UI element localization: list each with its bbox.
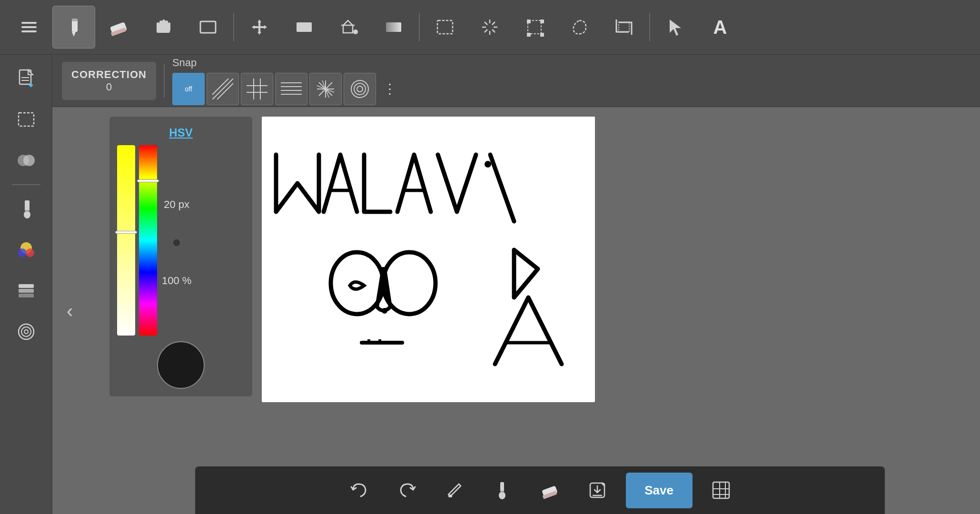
snap-radial-button[interactable] xyxy=(309,73,342,105)
svg-point-81 xyxy=(382,308,387,314)
hue-handle[interactable] xyxy=(137,179,159,182)
svg-point-74 xyxy=(354,83,366,95)
paint-bucket-button[interactable] xyxy=(327,6,370,49)
svg-rect-2 xyxy=(21,30,37,32)
move-button[interactable] xyxy=(238,6,281,49)
svg-rect-89 xyxy=(501,491,503,493)
svg-point-19 xyxy=(353,30,358,34)
grid-bottom-button[interactable] xyxy=(702,473,740,508)
svg-rect-0 xyxy=(21,22,37,24)
color-sliders xyxy=(117,145,157,336)
content-area: CORRECTION 0 Snap off xyxy=(52,55,980,514)
layers-button[interactable] xyxy=(7,272,45,310)
rectangle-button[interactable] xyxy=(187,6,229,49)
new-doc-button[interactable] xyxy=(7,59,45,98)
export-button[interactable] xyxy=(578,473,616,508)
svg-rect-31 xyxy=(527,20,531,23)
svg-rect-14 xyxy=(200,21,216,33)
marquee-button[interactable] xyxy=(7,100,45,138)
redo-button[interactable] xyxy=(388,473,426,508)
eraser-bottom-button[interactable] xyxy=(531,473,569,508)
svg-point-48 xyxy=(18,248,27,257)
snap-diagonal-button[interactable] xyxy=(207,73,239,105)
svg-rect-20 xyxy=(386,22,401,32)
svg-rect-32 xyxy=(540,20,544,23)
sidebar-divider xyxy=(12,184,40,185)
svg-rect-21 xyxy=(437,20,453,34)
svg-line-26 xyxy=(485,22,487,25)
svg-line-28 xyxy=(492,22,495,25)
svg-point-73 xyxy=(357,86,363,92)
gradient-button[interactable] xyxy=(372,6,415,49)
svg-point-43 xyxy=(23,155,35,166)
canvas-area: ‹ HSV 20 px xyxy=(52,107,980,514)
toolbar-divider-1 xyxy=(233,13,234,41)
snap-buttons: off xyxy=(172,73,402,105)
svg-rect-93 xyxy=(713,482,729,498)
svg-rect-50 xyxy=(19,294,34,297)
eyedropper-button[interactable] xyxy=(436,473,474,508)
svg-line-56 xyxy=(212,79,233,99)
svg-line-57 xyxy=(212,79,228,95)
svg-rect-17 xyxy=(297,22,312,32)
menu-button[interactable] xyxy=(8,6,50,49)
correction-panel: CORRECTION 0 xyxy=(62,62,156,100)
secondary-toolbar: CORRECTION 0 Snap off xyxy=(52,55,980,107)
toolbar-divider-3 xyxy=(649,13,650,41)
brush-tool-button[interactable] xyxy=(7,190,45,228)
save-button[interactable]: Save xyxy=(626,473,693,508)
color-circle[interactable] xyxy=(157,341,205,389)
top-toolbar: A xyxy=(0,0,980,55)
blending-button[interactable] xyxy=(7,141,45,179)
svg-rect-1 xyxy=(21,26,37,28)
svg-point-54 xyxy=(21,327,31,336)
snap-more-button[interactable]: ⋮ xyxy=(378,73,402,105)
snap-off-button[interactable]: off xyxy=(172,73,205,105)
snap-section: Snap off xyxy=(172,57,402,105)
magic-wand-button[interactable] xyxy=(468,6,511,49)
snap-grid-button[interactable] xyxy=(241,73,273,105)
svg-line-29 xyxy=(485,30,487,32)
svg-rect-52 xyxy=(19,284,34,288)
svg-rect-34 xyxy=(540,33,544,37)
snap-concentric-button[interactable] xyxy=(344,73,376,105)
correction-label: CORRECTION xyxy=(71,69,147,81)
drawing-canvas[interactable] xyxy=(262,117,595,402)
correction-value: 0 xyxy=(106,81,112,93)
transform-button[interactable] xyxy=(513,6,556,49)
back-arrow-button[interactable]: ‹ xyxy=(67,300,73,321)
canvas-svg xyxy=(262,117,595,402)
dot-preview xyxy=(173,239,180,246)
color-picker-button[interactable] xyxy=(7,231,45,269)
svg-point-53 xyxy=(19,324,34,339)
cursor-button[interactable] xyxy=(654,6,697,49)
brush-size-label: 20 px xyxy=(164,198,189,211)
undo-button[interactable] xyxy=(340,473,378,508)
svg-rect-46 xyxy=(26,210,29,212)
svg-rect-87 xyxy=(500,482,504,492)
crop-button[interactable] xyxy=(603,6,645,49)
pencil-button[interactable] xyxy=(52,6,95,49)
svg-marker-4 xyxy=(72,32,76,37)
brush-bottom-button[interactable] xyxy=(483,473,521,508)
svg-rect-33 xyxy=(527,33,531,37)
text-button[interactable]: A xyxy=(699,6,742,49)
svg-point-55 xyxy=(24,330,28,334)
selection-button[interactable] xyxy=(424,6,466,49)
svg-point-88 xyxy=(499,492,505,499)
color-panel: HSV 20 px 100 xyxy=(109,117,252,396)
sec-divider xyxy=(164,64,165,98)
grid-tool-button[interactable] xyxy=(7,313,45,351)
value-slider[interactable] xyxy=(117,145,135,336)
hand-button[interactable] xyxy=(142,6,185,49)
fill-rect-button[interactable] xyxy=(283,6,326,49)
value-handle[interactable] xyxy=(115,231,137,234)
snap-horizontal-button[interactable] xyxy=(275,73,307,105)
svg-rect-13 xyxy=(157,28,170,33)
svg-rect-51 xyxy=(19,289,34,293)
hue-slider[interactable] xyxy=(139,145,157,336)
eraser-button[interactable] xyxy=(97,6,140,49)
svg-line-58 xyxy=(217,83,233,99)
svg-rect-16 xyxy=(255,26,264,28)
lasso-button[interactable] xyxy=(558,6,601,49)
